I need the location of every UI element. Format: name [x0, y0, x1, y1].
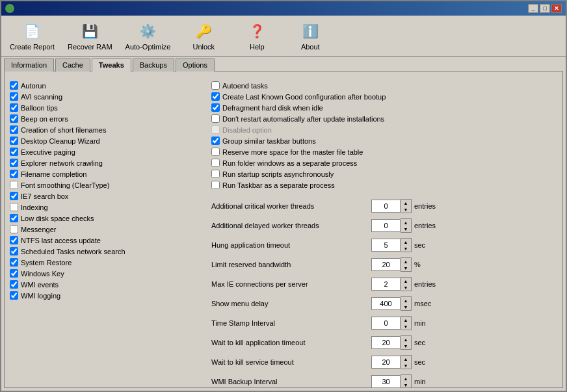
spinner-input-show-menu-delay[interactable]	[371, 297, 401, 310]
label-font-smoothing[interactable]: Font smoothing (ClearType)	[21, 181, 109, 189]
unlock-button[interactable]: 🔑Unlock	[178, 18, 230, 54]
checkbox-reserve-more-space[interactable]	[211, 148, 220, 156]
tab-tweaks[interactable]: Tweaks	[92, 59, 131, 72]
checkbox-scheduled-tasks-network[interactable]	[10, 247, 18, 255]
checkbox-indexing[interactable]	[10, 203, 18, 211]
label-explorer-network-crawling[interactable]: Explorer network crawling	[21, 159, 103, 167]
tab-information[interactable]: Information	[4, 59, 54, 72]
tab-backups[interactable]: Backups	[133, 59, 174, 72]
label-executive-paging[interactable]: Executive paging	[21, 148, 75, 156]
label-desktop-cleanup[interactable]: Desktop Cleanup Wizard	[21, 137, 100, 145]
label-scheduled-tasks-network[interactable]: Scheduled Tasks network search	[21, 248, 125, 255]
checkbox-run-taskbar-separate[interactable]	[211, 181, 220, 189]
label-defragment-hard-disk[interactable]: Defragment hard disk when idle	[222, 104, 323, 112]
label-indexing[interactable]: Indexing	[21, 203, 48, 211]
label-ntfs-last-access[interactable]: NTFS last access update	[21, 237, 101, 244]
checkbox-system-restore[interactable]	[10, 258, 18, 267]
checkbox-creation-short-filenames[interactable]	[10, 125, 18, 134]
checkbox-font-smoothing[interactable]	[10, 181, 18, 189]
spinner-up-limit-reserved-bandwidth[interactable]: ▲	[401, 258, 411, 265]
label-run-taskbar-separate[interactable]: Run Taskbar as a separate process	[222, 181, 335, 189]
create-report-button[interactable]: 📄Create Report	[4, 18, 60, 54]
checkbox-defragment-hard-disk[interactable]	[211, 103, 220, 112]
label-wmi-events[interactable]: WMI events	[21, 281, 59, 289]
spinner-up-show-menu-delay[interactable]: ▲	[401, 297, 411, 304]
label-autorun[interactable]: Autorun	[21, 82, 46, 90]
spinner-input-wait-kill-app-timeout[interactable]	[371, 336, 401, 349]
spinner-down-limit-reserved-bandwidth[interactable]: ▼	[401, 265, 411, 271]
spinner-up-wmi-backup-interval[interactable]: ▲	[401, 375, 411, 382]
label-messenger[interactable]: Messenger	[21, 226, 56, 233]
spinner-input-wait-kill-service-timeout[interactable]	[371, 356, 401, 369]
label-dont-restart-auto[interactable]: Don't restart automatically after update…	[222, 115, 384, 123]
minimize-button[interactable]: _	[528, 4, 538, 13]
spinner-up-delayed-worker-threads[interactable]: ▲	[401, 219, 411, 226]
spinner-down-wmi-backup-interval[interactable]: ▼	[401, 382, 411, 388]
label-beep-on-errors[interactable]: Beep on errors	[21, 115, 68, 123]
checkbox-autorun[interactable]	[10, 81, 18, 90]
checkbox-autoend-tasks[interactable]	[211, 81, 220, 90]
spinner-down-time-stamp-interval[interactable]: ▼	[401, 323, 411, 330]
label-creation-short-filenames[interactable]: Creation of short filenames	[21, 126, 106, 134]
checkbox-windows-key[interactable]	[10, 269, 18, 278]
spinner-input-delayed-worker-threads[interactable]	[371, 219, 401, 232]
checkbox-balloon-tips[interactable]	[10, 103, 18, 112]
checkbox-wmi-events[interactable]	[10, 280, 18, 289]
about-button[interactable]: ℹ️About	[284, 18, 336, 54]
spinner-input-hung-app-timeout[interactable]	[371, 239, 401, 252]
checkbox-run-folder-windows[interactable]	[211, 159, 220, 167]
spinner-down-critical-worker-threads[interactable]: ▼	[401, 206, 411, 213]
label-filename-completion[interactable]: Filename completion	[21, 170, 87, 178]
checkbox-ie7-search-box[interactable]	[10, 192, 18, 200]
spinner-input-wmi-backup-interval[interactable]	[371, 375, 401, 388]
checkbox-desktop-cleanup[interactable]	[10, 137, 18, 145]
label-create-last-known[interactable]: Create Last Known Good configuration aft…	[222, 93, 386, 101]
spinner-up-hung-app-timeout[interactable]: ▲	[401, 239, 411, 245]
label-reserve-more-space[interactable]: Reserve more space for the master file t…	[222, 148, 363, 156]
label-wmi-logging[interactable]: WMI logging	[21, 292, 60, 300]
label-group-similar-taskbar[interactable]: Group similar taskbar buttons	[222, 137, 316, 145]
tab-options[interactable]: Options	[176, 59, 215, 72]
label-run-folder-windows[interactable]: Run folder windows as a separate process	[222, 159, 357, 167]
checkbox-explorer-network-crawling[interactable]	[10, 159, 18, 167]
checkbox-filename-completion[interactable]	[10, 170, 18, 178]
help-button[interactable]: ❓Help	[231, 18, 283, 54]
label-balloon-tips[interactable]: Balloon tips	[21, 104, 58, 112]
label-ie7-search-box[interactable]: IE7 search box	[21, 192, 68, 200]
auto-optimize-button[interactable]: ⚙️Auto-Optimize	[120, 18, 177, 54]
spinner-up-critical-worker-threads[interactable]: ▲	[401, 200, 411, 206]
checkbox-wmi-logging[interactable]	[10, 291, 18, 300]
spinner-input-max-ie-connections[interactable]	[371, 278, 401, 291]
spinner-down-wait-kill-app-timeout[interactable]: ▼	[401, 343, 411, 349]
checkbox-messenger[interactable]	[10, 225, 18, 233]
tab-cache[interactable]: Cache	[55, 59, 90, 72]
spinner-down-max-ie-connections[interactable]: ▼	[401, 284, 411, 291]
spinner-up-wait-kill-service-timeout[interactable]: ▲	[401, 356, 411, 362]
label-windows-key[interactable]: Windows Key	[21, 270, 64, 278]
checkbox-create-last-known[interactable]	[211, 92, 220, 101]
checkbox-dont-restart-auto[interactable]	[211, 114, 220, 123]
recover-ram-button[interactable]: 💾Recover RAM	[62, 18, 118, 54]
checkbox-run-startup-scripts[interactable]	[211, 170, 220, 178]
checkbox-executive-paging[interactable]	[10, 148, 18, 156]
label-run-startup-scripts[interactable]: Run startup scripts asynchronously	[222, 170, 334, 178]
spinner-down-show-menu-delay[interactable]: ▼	[401, 304, 411, 310]
checkbox-ntfs-last-access[interactable]	[10, 236, 18, 244]
maximize-button[interactable]: □	[540, 4, 550, 13]
spinner-down-hung-app-timeout[interactable]: ▼	[401, 245, 411, 252]
checkbox-group-similar-taskbar[interactable]	[211, 137, 220, 145]
spinner-input-time-stamp-interval[interactable]	[371, 317, 401, 330]
spinner-down-wait-kill-service-timeout[interactable]: ▼	[401, 362, 411, 369]
close-button[interactable]: ✕	[551, 4, 562, 13]
label-autoend-tasks[interactable]: Autoend tasks	[222, 82, 268, 90]
label-low-disk-space-checks[interactable]: Low disk space checks	[21, 215, 94, 222]
spinner-up-time-stamp-interval[interactable]: ▲	[401, 317, 411, 323]
checkbox-beep-on-errors[interactable]	[10, 114, 18, 123]
spinner-up-max-ie-connections[interactable]: ▲	[401, 278, 411, 284]
checkbox-low-disk-space-checks[interactable]	[10, 214, 18, 222]
label-system-restore[interactable]: System Restore	[21, 259, 72, 267]
spinner-input-limit-reserved-bandwidth[interactable]	[371, 258, 401, 271]
spinner-up-wait-kill-app-timeout[interactable]: ▲	[401, 336, 411, 343]
label-avi-scanning[interactable]: AVI scanning	[21, 93, 62, 101]
checkbox-avi-scanning[interactable]	[10, 92, 18, 101]
